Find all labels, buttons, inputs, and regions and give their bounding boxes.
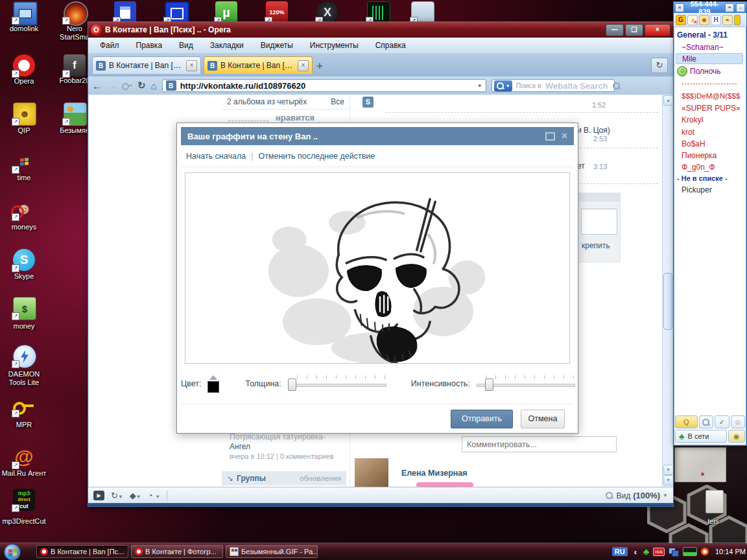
skype-badge[interactable]: S (362, 97, 374, 108)
contact-item[interactable]: krot (676, 126, 743, 137)
post-title-line2[interactable]: Ангел (230, 442, 250, 451)
tab-1[interactable]: В В Контакте | Ban [Пс... × (92, 56, 201, 74)
desktop-icon-label[interactable]: domolink (3, 25, 45, 33)
g-button-icon[interactable]: G (676, 15, 686, 25)
thickness-slider[interactable] (288, 375, 385, 392)
desktop-icon-label[interactable]: time (3, 174, 45, 182)
menu-bookmarks[interactable]: Закладки (210, 41, 244, 50)
desktop-icon-label[interactable]: Opera (3, 77, 45, 86)
address-field[interactable]: В http://vkontakte.ru/id108976620 ▼ (162, 79, 486, 92)
comment-input[interactable] (462, 436, 617, 452)
back-icon[interactable]: ← (92, 80, 102, 91)
search-engine-button[interactable]: ▼ (494, 80, 512, 91)
new-tab-button[interactable]: + (313, 60, 327, 73)
minimize-button[interactable]: — (606, 24, 624, 36)
contacts-icon[interactable]: ☻ (699, 15, 709, 25)
clock[interactable]: 10:14 PM (715, 548, 746, 555)
attach-input[interactable] (581, 209, 617, 235)
qip-pin-icon[interactable]: + (725, 3, 734, 12)
key-icon[interactable] (122, 83, 132, 88)
desktop-icon-opera[interactable]: ↗ (13, 54, 35, 76)
contact-item[interactable]: Пионерка (676, 150, 743, 161)
desktop-icon-label[interactable]: money (3, 322, 45, 331)
close-button[interactable]: × (645, 24, 670, 36)
desktop-icon-matrix-app[interactable]: ↗ (367, 1, 389, 23)
desktop-icon-money[interactable]: $↗ (13, 297, 35, 319)
desktop-icon-label[interactable]: Skype (3, 272, 45, 281)
contact-item[interactable]: ☺ Полночь (676, 65, 743, 76)
maximize-button[interactable]: ❏ (625, 24, 643, 36)
language-indicator[interactable]: RU (612, 547, 628, 556)
desktop-icon-label[interactable]: teis (695, 517, 731, 526)
desktop-icon-label[interactable]: moneys (3, 223, 45, 231)
graffiti-dialog-header[interactable]: Ваше граффити на стену Ban .. × (181, 127, 574, 145)
tray-collapse-icon[interactable]: ‹ (634, 547, 637, 557)
desktop-icon-utorrent[interactable]: µ↗ (215, 1, 237, 23)
address-dropdown-icon[interactable]: ▼ (477, 83, 482, 89)
albums-all-link[interactable]: Все (331, 97, 350, 106)
desktop-icon-nero[interactable]: ↗ (64, 1, 86, 23)
cancel-button[interactable]: Отмена (521, 410, 565, 428)
forward-icon[interactable]: → (107, 80, 117, 91)
eye-visibility-button[interactable]: ◉ (728, 430, 745, 443)
opera-titlebar[interactable]: O В Контакте | Ban [Псих] .. - Opera — ❏… (88, 22, 673, 38)
sound-muted-icon[interactable]: ♪× (687, 15, 698, 25)
home-icon[interactable]: ⌂ (151, 80, 157, 91)
groups-header[interactable]: Группы (237, 474, 266, 483)
desktop-icon-adobe-120[interactable]: 120%↗ (266, 1, 288, 23)
desktop-icon-skype[interactable]: S↗ (13, 249, 35, 271)
intensity-slider[interactable] (477, 375, 574, 392)
opera-tray-icon[interactable] (701, 548, 709, 555)
mailru-tray-icon[interactable]: Н/А (653, 548, 665, 556)
qip-titlebar[interactable]: × 554-444-839 + - (674, 2, 746, 13)
scroll-down-icon[interactable]: ▼ (663, 475, 672, 485)
contact-item[interactable]: Pickuper (676, 184, 743, 195)
smiley-settings-button[interactable]: ☺ (731, 415, 745, 428)
desktop-icon-mailru[interactable]: @↗ (13, 446, 35, 468)
commenter-avatar[interactable] (355, 458, 388, 487)
scroll-thumb[interactable] (663, 273, 672, 330)
turbo-icon[interactable]: ◔ ▼ (148, 491, 160, 500)
desktop-icon-label[interactable]: Mail.Ru Агент (0, 469, 52, 478)
contact-item[interactable]: ~Schaman~ (676, 41, 743, 52)
zoom-control[interactable]: Вид (100%) ▼ (605, 491, 668, 500)
notes-button[interactable]: ✓ (715, 415, 729, 428)
tab-close-icon[interactable]: × (298, 60, 309, 71)
dialog-maximize-icon[interactable] (545, 132, 555, 141)
qip-tray-icon[interactable]: ♣ (643, 546, 649, 557)
menu-file[interactable]: Файл (100, 41, 119, 50)
contact-separator-item[interactable]: -------------------- (676, 78, 743, 89)
desktop-icon-moneys[interactable]: ☻↗ (13, 198, 35, 220)
menu-view[interactable]: Вид (179, 41, 193, 50)
desktop-icon-daemon[interactable]: ↗ (13, 345, 35, 367)
contact-item[interactable]: $$$)DeM@N($$$ (676, 90, 743, 101)
tab-2-active[interactable]: В В Контакте | Ban [Пс... × (204, 56, 313, 74)
desktop-icon-domolink[interactable]: ↗ (13, 1, 35, 23)
desktop-icon-mpr[interactable]: ↗ (13, 399, 35, 416)
unite-icon[interactable]: ◆▼ (130, 491, 141, 500)
history-icon[interactable]: H (711, 15, 721, 25)
taskbar-task-2[interactable]: В Контакте | Фотогр... (131, 545, 223, 558)
taskbar-task-3[interactable]: Безымянный.GIF - Pa... (226, 545, 318, 558)
color-swatch[interactable] (208, 381, 219, 393)
desktop-icon-x-app[interactable]: X↗ (316, 1, 338, 23)
battery-tray-icon[interactable] (683, 547, 697, 556)
closed-tabs-trash-icon[interactable]: ↻ (651, 58, 668, 73)
submit-button[interactable]: Отправить (451, 410, 513, 428)
desktop-icon-teis[interactable] (706, 490, 722, 512)
taskbar-task-1[interactable]: В Контакте | Ban [Пс... (36, 545, 128, 558)
contact-item-selected[interactable]: Mile (676, 53, 743, 64)
restart-link[interactable]: Начать сначала (186, 152, 246, 161)
contact-item[interactable]: Krokyl (676, 114, 743, 125)
search-user-button[interactable] (699, 415, 713, 428)
contact-group-header[interactable]: General - 3/11 (676, 29, 743, 40)
desktop-icon-label[interactable]: MPR (3, 421, 45, 429)
desktop-icon-time[interactable]: ↗ (13, 150, 35, 172)
desktop-icon-label[interactable]: mp3DirectCut (0, 517, 53, 526)
desktop-icon-window-app[interactable]: ↗ (165, 1, 187, 23)
groups-updates-link[interactable]: обновления (300, 474, 341, 482)
undo-link[interactable]: Отменить последнее действие (258, 152, 375, 161)
status-button[interactable]: ♣ В сети (675, 430, 727, 443)
search-field[interactable]: ▼ Поиск в Webalta Search (492, 79, 615, 92)
more-tools-icon[interactable] (734, 15, 741, 25)
